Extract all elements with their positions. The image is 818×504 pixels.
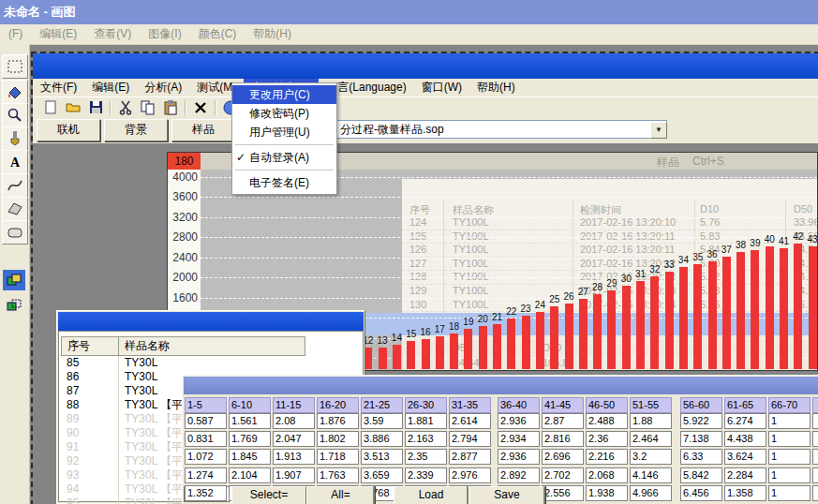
app-button-1[interactable]: 背景	[104, 119, 168, 141]
grid-cell[interactable]: 1	[768, 431, 811, 447]
grid-cell[interactable]: 1.358	[724, 485, 766, 501]
grid-cell[interactable]: 3.59	[361, 413, 403, 429]
grid-cell[interactable]: 1	[768, 449, 811, 465]
grid-cell[interactable]: 2.35	[405, 449, 447, 465]
dialog-button-select[interactable]: Select=	[231, 486, 306, 504]
curve-tool[interactable]	[2, 173, 28, 198]
popup-item-0[interactable]: 更改用户(C)	[232, 85, 336, 104]
cut-icon[interactable]	[117, 99, 134, 115]
grid-cell[interactable]: 3.659	[361, 467, 403, 483]
grid-cell[interactable]: 2.556	[542, 485, 584, 501]
grid-cell[interactable]: 2.87	[542, 413, 584, 429]
new-file-icon[interactable]	[42, 99, 59, 115]
dialog-button-all[interactable]: All=	[306, 486, 375, 504]
paint-menu-item-4[interactable]: 颜色(C)	[190, 24, 245, 44]
grid-cell[interactable]: 5.842	[680, 467, 722, 483]
grid-cell[interactable]: 2.936	[498, 449, 540, 465]
grid-cell[interactable]: 0.587	[185, 413, 227, 429]
grid-cell[interactable]: 6.456	[680, 485, 722, 501]
paste-icon[interactable]	[162, 99, 179, 115]
grid-cell[interactable]: 2.464	[630, 431, 672, 447]
combobox-dropdown-icon[interactable]: ▼	[650, 122, 667, 139]
rounded-rect-tool[interactable]	[2, 220, 28, 245]
grid-cell[interactable]: 1	[768, 467, 811, 483]
grid-cell[interactable]: 2.104	[229, 467, 271, 483]
grid-cell[interactable]: 1.845	[229, 449, 271, 465]
grid-cell[interactable]: 2.877	[449, 449, 491, 465]
grid-cell[interactable]	[812, 485, 818, 501]
dialog-button-load[interactable]: Load	[394, 486, 468, 504]
grid-cell[interactable]: 2.047	[273, 431, 315, 447]
sample-list-titlebar[interactable]	[58, 312, 364, 331]
paint-menu-item-3[interactable]: 图像(I)	[140, 24, 189, 44]
grid-cell[interactable]: 2.08	[273, 413, 315, 429]
grid-cell[interactable]: 2.614	[449, 413, 491, 429]
grid-cell[interactable]: 2.816	[542, 431, 584, 447]
app-menu-item-0[interactable]: 文件(F)	[33, 79, 84, 96]
zoom-tool[interactable]	[2, 103, 28, 127]
copy-icon[interactable]	[140, 99, 156, 115]
list-row-index[interactable]: 91	[61, 440, 119, 454]
grid-cell[interactable]: 2.936	[498, 413, 540, 429]
list-row-name[interactable]: TY30L	[119, 356, 366, 370]
app-button-0[interactable]: 联机	[37, 119, 100, 141]
grid-cell[interactable]: 2.702	[542, 467, 584, 483]
list-row-index[interactable]: 87	[61, 384, 119, 398]
grid-cell[interactable]: 1.352	[185, 485, 227, 501]
grid-cell[interactable]: 1.718	[317, 449, 359, 465]
grid-cell[interactable]: 2.794	[449, 431, 491, 447]
grid-cell[interactable]: 2.696	[542, 449, 584, 465]
popup-item-2[interactable]: 用户管理(U)	[232, 123, 336, 141]
grid-cell[interactable]: 7.138	[680, 431, 722, 447]
grid-cell[interactable]: 5.922	[680, 413, 722, 429]
grid-cell[interactable]: 6.274	[724, 413, 766, 429]
grid-cell[interactable]: 1.802	[317, 431, 359, 447]
grid-cell[interactable]: 1.274	[185, 467, 227, 483]
brush-tool[interactable]	[2, 126, 28, 151]
list-row-index[interactable]: 93	[61, 468, 119, 482]
list-row-index[interactable]: 95	[61, 497, 119, 504]
grid-cell[interactable]: 3.624	[724, 449, 766, 465]
selection-transparent-option[interactable]	[3, 295, 25, 316]
grid-cell[interactable]: 4.966	[630, 485, 672, 501]
grid-cell[interactable]: 1.561	[229, 413, 271, 429]
grid-cell[interactable]: 2.216	[586, 449, 628, 465]
grid-cell[interactable]: 4.146	[630, 467, 672, 483]
app-button-2[interactable]: 样品	[171, 119, 235, 141]
grid-cell[interactable]	[812, 413, 818, 429]
grid-cell[interactable]: 1	[768, 413, 811, 429]
paint-menu-item-5[interactable]: 帮助(H)	[245, 24, 300, 44]
select-tool[interactable]	[2, 54, 28, 79]
dialog-button-save[interactable]: Save	[468, 486, 545, 504]
paint-menu-item-1[interactable]: 编辑(E)	[31, 24, 85, 44]
grid-cell[interactable]: 2.284	[724, 467, 766, 483]
list-row-index[interactable]: 94	[61, 482, 119, 497]
grid-cell[interactable]: 2.976	[449, 467, 491, 483]
popup-item-4[interactable]: ✓自动登录(A)	[232, 148, 336, 167]
grid-cell[interactable]: 1.913	[273, 449, 315, 465]
grid-cell[interactable]: 2.488	[586, 413, 628, 429]
text-tool[interactable]: A	[2, 150, 28, 174]
grid-cell[interactable]	[812, 467, 818, 483]
list-row-index[interactable]: 92	[61, 454, 119, 468]
grid-cell[interactable]: 1.907	[273, 467, 315, 483]
polygon-tool[interactable]	[2, 197, 28, 221]
grid-cell[interactable]: 4.438	[724, 431, 766, 447]
popup-item-6[interactable]: 电子签名(E)	[232, 173, 336, 192]
selection-opaque-option[interactable]	[3, 270, 25, 290]
grid-cell[interactable]: 2.892	[498, 467, 540, 483]
grid-cell[interactable]: 1.763	[317, 467, 359, 483]
grid-cell[interactable]: 1	[768, 485, 811, 501]
grid-cell[interactable]: 2.934	[498, 431, 540, 447]
list-row-index[interactable]: 85	[61, 356, 119, 370]
popup-item-1[interactable]: 修改密码(P)	[232, 104, 336, 123]
grid-cell[interactable]: 2.36	[586, 431, 628, 447]
data-grid-titlebar[interactable]	[184, 377, 818, 394]
grid-cell[interactable]: 0.831	[185, 431, 227, 447]
grid-cell[interactable]: 1.938	[586, 485, 628, 501]
app-menu-item-1[interactable]: 编辑(E)	[84, 79, 137, 96]
grid-cell[interactable]: 1.88	[630, 413, 672, 429]
list-row-index[interactable]: 88	[61, 398, 119, 412]
app-menu-item-6[interactable]: 窗口(W)	[414, 79, 469, 96]
grid-cell[interactable]: 1.769	[229, 431, 271, 447]
